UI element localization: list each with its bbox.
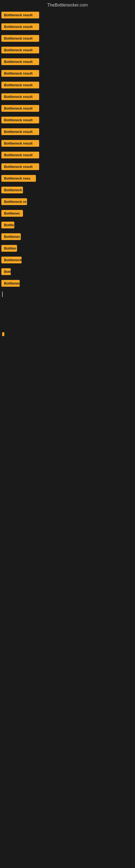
bottleneck-badge[interactable]: Bottlenec xyxy=(1,280,20,287)
list-item: Bottleneck result xyxy=(1,140,134,147)
small-indicator xyxy=(2,332,4,336)
list-item: Bottleneck xyxy=(1,257,134,264)
bottleneck-badge[interactable]: Bottlen xyxy=(1,245,17,252)
bottleneck-badge[interactable]: Bottle xyxy=(1,222,14,228)
spacer xyxy=(1,299,134,331)
list-item: Bottle xyxy=(1,222,134,228)
bottleneck-badge[interactable]: Bottleneck xyxy=(1,187,23,193)
list-item: Bottlenec xyxy=(1,210,134,217)
list-item: Bott xyxy=(1,268,134,275)
list-item: Bottleneck result xyxy=(1,12,134,19)
bottleneck-badge[interactable]: Bottleneck result xyxy=(1,70,39,77)
bottleneck-badge[interactable]: Bottleneck result xyxy=(1,117,39,123)
list-item: Bottleneck result xyxy=(1,35,134,42)
bottleneck-badge[interactable]: Bottleneck re xyxy=(1,198,27,205)
bottleneck-badge[interactable]: Bottleneck result xyxy=(1,23,39,30)
bottleneck-list: Bottleneck result Bottleneck result Bott… xyxy=(0,12,135,336)
bottleneck-badge[interactable]: Bottleneck result xyxy=(1,93,39,100)
list-item: Bottleneck result xyxy=(1,152,134,158)
bottleneck-badge[interactable]: Bottleneck resu xyxy=(1,175,36,182)
list-item: Bottleneck result xyxy=(1,105,134,112)
list-item: Bottleneck result xyxy=(1,93,134,100)
list-item: Bottleneck result xyxy=(1,58,134,65)
bottleneck-badge[interactable]: Bottleneck result xyxy=(1,58,39,65)
list-item: Bottleneck result xyxy=(1,70,134,77)
bottleneck-badge[interactable]: Bottleneck xyxy=(1,257,21,264)
bottleneck-badge[interactable]: Bottleneck result xyxy=(1,35,39,42)
list-item: Bottleneck result xyxy=(1,23,134,30)
bottleneck-badge[interactable]: Bottleneck result xyxy=(1,12,39,19)
cursor-indicator xyxy=(2,291,3,297)
list-item: Bottleneck result xyxy=(1,117,134,123)
page-wrapper: TheBottlenecker.com Bottleneck result Bo… xyxy=(0,0,135,336)
site-title: TheBottlenecker.com xyxy=(0,0,135,12)
list-item: Bottlenec xyxy=(1,233,134,240)
list-item: Bottleneck result xyxy=(1,163,134,170)
bottleneck-badge[interactable]: Bottleneck result xyxy=(1,140,39,147)
bottleneck-badge[interactable]: Bottleneck result xyxy=(1,46,39,54)
bottleneck-badge[interactable]: Bottleneck result xyxy=(1,163,39,170)
bottleneck-badge[interactable]: Bottleneck result xyxy=(1,105,39,112)
bottleneck-badge[interactable]: Bottlenec xyxy=(1,210,23,217)
bottleneck-badge[interactable]: Bottleneck result xyxy=(1,82,39,88)
list-item: Bottleneck result xyxy=(1,128,134,135)
bottleneck-badge[interactable]: Bottlenec xyxy=(1,233,21,240)
list-item: Bottleneck result xyxy=(1,82,134,88)
list-item: Bottlenec xyxy=(1,280,134,287)
list-item: Bottleneck resu xyxy=(1,175,134,182)
list-item: Bottlen xyxy=(1,245,134,252)
bottleneck-badge[interactable]: Bottleneck result xyxy=(1,128,39,135)
bottleneck-badge[interactable]: Bottleneck result xyxy=(1,152,39,158)
bottleneck-badge[interactable]: Bott xyxy=(1,268,11,275)
list-item: Bottleneck result xyxy=(1,46,134,54)
list-item: Bottleneck xyxy=(1,187,134,193)
list-item: Bottleneck re xyxy=(1,198,134,205)
